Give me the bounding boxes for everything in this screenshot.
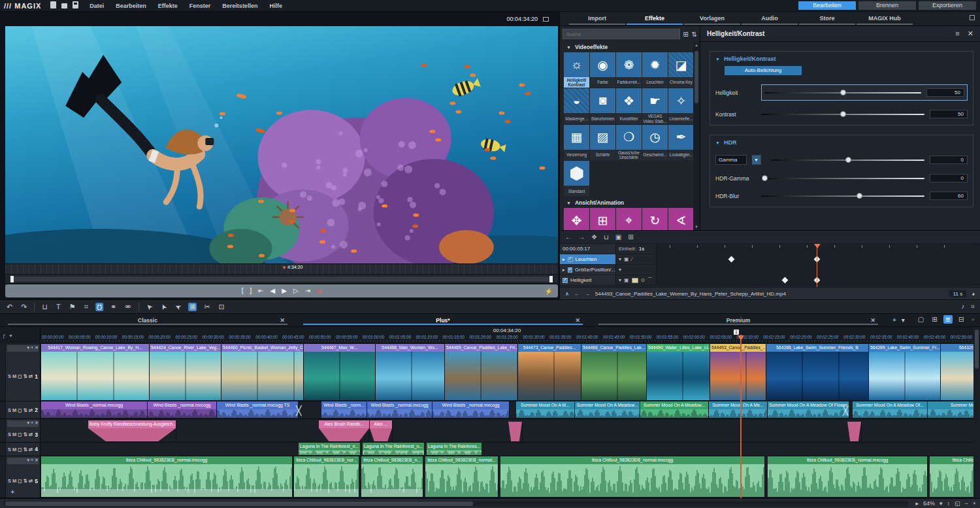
keyframe-playhead[interactable] bbox=[817, 244, 817, 287]
record-icon[interactable]: ● bbox=[317, 287, 321, 295]
tab-effekte[interactable]: Effekte bbox=[627, 14, 683, 25]
track-lane-2[interactable]: Wind Blasts _normal.mxcoggWind Blasts _n… bbox=[41, 401, 973, 418]
track-button[interactable]: + bbox=[31, 345, 33, 350]
timeline-clip[interactable]: 564286_Lake_Swim_Summer_Friends_B bbox=[766, 344, 869, 400]
solo-button[interactable]: S bbox=[8, 432, 11, 437]
cursor-icon[interactable]: ➤ bbox=[143, 301, 155, 313]
timeline-clip[interactable]: Wind Blasts _normal.mxcogg bbox=[41, 401, 148, 418]
crossfade-icon[interactable]: ╳ bbox=[296, 405, 301, 416]
automation-icon[interactable]: ⇅ bbox=[24, 407, 27, 413]
track-button[interactable]: ▾ bbox=[27, 458, 30, 463]
timeline-clip[interactable]: Ibiza Chillout_983823EB_normal.mxcogg bbox=[768, 456, 928, 497]
panel-close-icon[interactable]: ✕ bbox=[968, 29, 973, 38]
effect-tile[interactable]: ◷Geschwind... bbox=[642, 125, 668, 160]
object-zoom-icon[interactable]: ⊡ bbox=[218, 303, 226, 311]
slider-track[interactable] bbox=[761, 114, 924, 115]
video-preview[interactable] bbox=[5, 26, 558, 263]
timeline-hscrollbar[interactable] bbox=[4, 501, 909, 507]
timeline-clip[interactable]: Wind Blasts _normal.mxcogg bbox=[148, 401, 217, 418]
slider-handle[interactable] bbox=[840, 90, 846, 95]
angle-icon[interactable]: ◕ bbox=[972, 291, 975, 297]
track-button[interactable]: ✕ bbox=[35, 420, 39, 426]
text-icon[interactable]: T bbox=[55, 303, 62, 311]
solo-button[interactable]: S bbox=[8, 478, 11, 484]
range-start-handle[interactable] bbox=[10, 276, 14, 282]
fit-view-icon[interactable]: ◱ bbox=[955, 500, 960, 507]
keyframe-track-row[interactable]: ▸Leuchten▾▣∕ bbox=[560, 254, 980, 265]
section-header[interactable]: ▼Ansicht/Animation bbox=[560, 197, 700, 208]
timeline-clip[interactable]: Alex ... bbox=[370, 420, 393, 441]
group-heading[interactable]: ▼HDR bbox=[715, 139, 968, 146]
auto-exposure-button[interactable]: Auto-Belichtung bbox=[725, 66, 802, 75]
playhead-triangle[interactable] bbox=[738, 335, 744, 344]
mute-button[interactable]: M bbox=[12, 478, 16, 484]
cursor-stretch-icon[interactable]: ➤ bbox=[158, 301, 169, 312]
fit-vertical-icon[interactable]: ↕ bbox=[947, 500, 950, 507]
section-header[interactable]: ▼Videoeffekte bbox=[560, 42, 700, 52]
timeline-tab-premium[interactable]: Premium✕ bbox=[591, 314, 886, 326]
slider-handle[interactable] bbox=[857, 193, 862, 199]
preview-range-bar[interactable] bbox=[5, 274, 558, 283]
monitor-view-icon[interactable]: ▢ bbox=[916, 315, 926, 324]
track-lane-5[interactable]: Ibiza Chillout_983823EB_normal.mxcoggIbi… bbox=[41, 456, 973, 498]
kf-add-icon[interactable]: ❖ bbox=[591, 233, 597, 241]
prev-object-icon[interactable]: ← bbox=[574, 291, 580, 297]
timeline-clip[interactable]: 544473_Canoe_Paddles... bbox=[518, 344, 581, 400]
fx-icon[interactable]: ⇄ bbox=[29, 447, 33, 452]
keyframe-lane[interactable] bbox=[657, 265, 972, 275]
effect-tile[interactable]: ▨Schärfe bbox=[590, 125, 615, 160]
group-icon[interactable]: ⌗ bbox=[83, 303, 90, 311]
effect-tile[interactable]: ◙Stanzformen bbox=[590, 88, 615, 124]
zoom-in-icon[interactable]: + bbox=[973, 500, 976, 507]
automation-icon[interactable]: ⇅ bbox=[24, 373, 27, 379]
timeline-tab-classic[interactable]: Classic✕ bbox=[0, 314, 295, 326]
timeline-clip[interactable]: Wind Blasts _normal.mxcogg bbox=[367, 401, 433, 418]
mute-button[interactable]: M bbox=[12, 373, 16, 379]
timeline-clip[interactable]: Summer Mood On A Meadow Of Flower bbox=[768, 401, 849, 418]
solo-button[interactable]: S bbox=[8, 373, 11, 379]
unlink-icon[interactable]: ⚮ bbox=[123, 303, 132, 311]
tab-magix-hub[interactable]: MAGIX Hub bbox=[857, 14, 913, 25]
keyframe-lane[interactable] bbox=[657, 254, 972, 264]
solo-button[interactable]: S bbox=[8, 407, 11, 413]
color-swatch[interactable] bbox=[632, 278, 638, 283]
zoom-out-icon[interactable]: − bbox=[964, 500, 968, 507]
timeline-clip[interactable]: Summer Mood On A M... bbox=[516, 401, 575, 418]
marker-flag-icon[interactable]: ⚑ bbox=[68, 303, 77, 311]
solo-button[interactable]: S bbox=[8, 447, 11, 452]
keyframe-track-row[interactable]: Helligkeit▾▣⊙⌒ bbox=[560, 275, 980, 286]
track-button[interactable]: + bbox=[31, 458, 33, 463]
delete-icon[interactable]: ⊔ bbox=[41, 303, 49, 311]
range-end-handle[interactable] bbox=[549, 276, 553, 282]
slider-value[interactable]: 0 bbox=[930, 156, 968, 164]
effect-tile[interactable]: ✥ bbox=[564, 208, 589, 230]
automation-icon[interactable]: ⇅ bbox=[24, 478, 27, 484]
tab-menu-icon[interactable]: ▾ bbox=[902, 316, 905, 324]
menu-effekte[interactable]: Effekte bbox=[152, 3, 184, 9]
kf-copy-icon[interactable]: ▣ bbox=[615, 233, 621, 241]
close-tab-icon[interactable]: ✕ bbox=[280, 317, 285, 324]
dropdown-caret-icon[interactable]: ▼ bbox=[752, 155, 761, 165]
chapter-marker[interactable]: 1 bbox=[734, 330, 739, 335]
tab-vorlagen[interactable]: Vorlagen bbox=[684, 14, 740, 25]
mode-button-bearbeiten[interactable]: Bearbeiten bbox=[798, 1, 856, 10]
automation-icon[interactable]: ⇅ bbox=[24, 432, 27, 437]
lock-icon[interactable]: ◻ bbox=[18, 407, 22, 413]
slider-value[interactable]: 0 bbox=[930, 174, 968, 182]
timeline-tab-plus[interactable]: Plus*✕ bbox=[295, 314, 591, 326]
fullscreen-icon[interactable] bbox=[543, 17, 549, 22]
effect-tile[interactable]: ☛VEGAS Video Stab... bbox=[642, 88, 668, 124]
timeline-clip[interactable]: 544468_Man_Women_Wo... bbox=[376, 344, 445, 400]
audio-record-icon[interactable]: ⚡ bbox=[545, 288, 553, 295]
timeline-clip[interactable]: Ibiza Chillout_983823EB_normal.mxcogg bbox=[500, 456, 765, 497]
objects-mode-icon[interactable]: ≣ bbox=[188, 303, 197, 311]
timeline-clip[interactable]: 544490_Water_Lilies_Lake_Li... bbox=[647, 344, 710, 400]
timeline-clip[interactable]: Ibiza Chillout_983823EB_normal.mxcogg bbox=[41, 456, 293, 497]
menu-hilfe[interactable]: Hilfe bbox=[263, 3, 288, 9]
slider-handle[interactable] bbox=[762, 175, 768, 181]
tab-audio[interactable]: Audio bbox=[742, 14, 798, 25]
timeline-clip[interactable]: 544493_Canoe_Paddles_... bbox=[710, 344, 766, 400]
lock-icon[interactable]: ◻ bbox=[18, 478, 22, 484]
timeline-clip[interactable]: Summer Mood On A Meadow... bbox=[640, 401, 709, 418]
timeline-clip[interactable]: 544460_Picnic_Basket_Woman_Jetty_Car bbox=[221, 344, 304, 400]
